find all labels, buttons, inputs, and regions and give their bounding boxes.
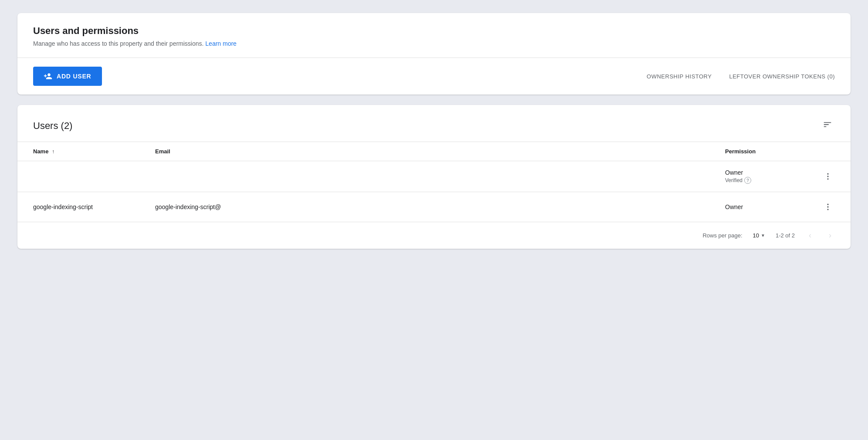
- prev-page-button[interactable]: ‹: [805, 229, 815, 242]
- users-table: Name ↑ Email Permission OwnerVerified? g…: [17, 142, 851, 222]
- cell-name: google-indexing-script: [17, 192, 139, 222]
- more-options-icon[interactable]: [821, 169, 835, 183]
- col-header-actions: [805, 142, 851, 161]
- verified-row: Verified?: [725, 177, 790, 184]
- next-page-button[interactable]: ›: [825, 229, 835, 242]
- learn-more-link[interactable]: Learn more: [205, 40, 237, 47]
- svg-point-4: [827, 206, 828, 207]
- cell-actions: [805, 161, 851, 192]
- col-email-label: Email: [155, 148, 170, 155]
- verified-label: Verified: [725, 177, 743, 183]
- help-icon[interactable]: ?: [744, 177, 751, 184]
- add-user-icon: [44, 72, 52, 81]
- top-card: Users and permissions Manage who has acc…: [17, 13, 851, 95]
- col-header-email: Email: [139, 142, 709, 161]
- add-user-label: ADD USER: [57, 73, 92, 80]
- rows-per-page: Rows per page:: [702, 232, 742, 239]
- table-row: google-indexing-scriptgoogle-indexing-sc…: [17, 192, 851, 222]
- permission-owner-label: Owner: [725, 203, 790, 210]
- col-name-label: Name: [33, 148, 48, 155]
- svg-point-1: [827, 176, 828, 177]
- users-card-header: Users (2): [17, 105, 851, 142]
- rows-per-page-label: Rows per page:: [702, 232, 742, 239]
- page-title: Users and permissions: [33, 25, 835, 37]
- col-permission-label: Permission: [725, 148, 756, 155]
- col-header-name[interactable]: Name ↑: [17, 142, 139, 161]
- svg-point-0: [827, 173, 828, 175]
- svg-point-3: [827, 204, 828, 205]
- users-title: Users (2): [33, 120, 72, 132]
- cell-email: [139, 161, 709, 192]
- right-actions: OWNERSHIP HISTORY LEFTOVER OWNERSHIP TOK…: [647, 73, 835, 80]
- leftover-tokens-link[interactable]: LEFTOVER OWNERSHIP TOKENS (0): [729, 73, 835, 80]
- rows-per-page-value: 10: [753, 232, 759, 239]
- add-user-button[interactable]: ADD USER: [33, 67, 102, 86]
- page-info: 1-2 of 2: [776, 232, 795, 239]
- svg-point-5: [827, 209, 828, 210]
- rows-per-page-select[interactable]: 10 ▼: [753, 232, 765, 239]
- users-card: Users (2) Name ↑ Email Permission: [17, 105, 851, 249]
- chevron-right-icon: ›: [829, 231, 831, 240]
- table-footer: Rows per page: 10 ▼ 1-2 of 2 ‹ ›: [17, 222, 851, 249]
- filter-icon[interactable]: [820, 117, 835, 135]
- cell-permission: OwnerVerified?: [709, 161, 805, 192]
- top-card-header: Users and permissions Manage who has acc…: [17, 13, 851, 58]
- cell-email: google-indexing-script@: [139, 192, 709, 222]
- more-options-icon[interactable]: [821, 200, 835, 214]
- actions-bar: ADD USER OWNERSHIP HISTORY LEFTOVER OWNE…: [17, 58, 851, 95]
- table-header-row: Name ↑ Email Permission: [17, 142, 851, 161]
- table-row: OwnerVerified?: [17, 161, 851, 192]
- cell-permission: Owner: [709, 192, 805, 222]
- permission-owner-label: Owner: [725, 169, 790, 176]
- ownership-history-link[interactable]: OWNERSHIP HISTORY: [647, 73, 712, 80]
- dropdown-arrow-icon: ▼: [761, 233, 765, 238]
- col-header-permission: Permission: [709, 142, 805, 161]
- page-description: Manage who has access to this property a…: [33, 40, 835, 47]
- sort-arrow-icon: ↑: [52, 149, 54, 155]
- svg-point-2: [827, 178, 828, 179]
- cell-name: [17, 161, 139, 192]
- cell-actions: [805, 192, 851, 222]
- chevron-left-icon: ‹: [809, 231, 811, 240]
